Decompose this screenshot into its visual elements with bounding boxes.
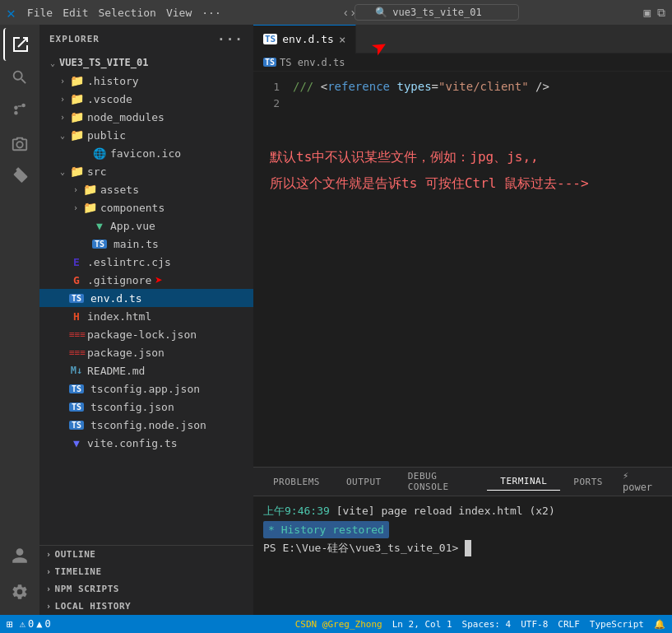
encoding-info[interactable]: UTF-8 [521,619,548,630]
layout-icon[interactable]: ▣ [644,6,651,20]
red-arrow-icon: ➤ [155,272,163,288]
tree-tsconfig-node[interactable]: TS tsconfig.node.json [39,416,253,434]
ts-icon: TS [69,421,84,430]
activity-settings[interactable] [3,575,36,608]
nav-back-button[interactable]: ‹ [344,6,348,19]
history-restored-badge: * History restored [263,521,389,539]
tree-tsconfig[interactable]: TS tsconfig.json [39,398,253,416]
status-left: ⊞ ⚠ 0 ▲ 0 [7,618,51,631]
folder-arrow-icon: › [69,203,82,212]
tab-output[interactable]: OUTPUT [333,473,395,491]
activity-explorer[interactable] [3,28,36,61]
menu-selection[interactable]: Selection [93,5,160,21]
tree-item-label: favicon.ico [110,147,181,160]
panel-label: OUTLINE [55,549,96,560]
activity-extensions[interactable] [3,160,36,193]
tree-main-ts[interactable]: TS main.ts [39,235,253,253]
code-editor[interactable]: 1 /// <reference types="vite/client" /> … [253,72,672,467]
tab-close-button[interactable]: × [339,34,345,45]
line-ending-info[interactable]: CRLF [558,619,580,630]
tree-app-vue[interactable]: ▼ App.vue [39,216,253,235]
tab-terminal[interactable]: TERMINAL [487,472,560,491]
folder-arrow-icon: › [56,95,69,104]
tree-tsconfig-app[interactable]: TS tsconfig.app.json [39,379,253,398]
annotation-line-2: 所以这个文件就是告诉ts 可按住Ctrl 鼠标过去---> [270,170,656,197]
spaces-info[interactable]: Spaces: 4 [462,619,512,630]
split-icon[interactable]: ⧉ [657,6,665,20]
tree-project-root[interactable]: ⌄ VUE3_TS_VITE_01 [39,54,253,72]
json-icon: ≡≡≡ [69,347,84,358]
tab-env-dts[interactable]: TS env.d.ts × [253,25,356,54]
tree-components[interactable]: › 📁 components [39,198,253,216]
bell-icon[interactable]: 🔔 [654,619,665,630]
tree-readme[interactable]: M↓ README.md [39,361,253,379]
ts-icon: TS [69,403,84,412]
panel-outline[interactable]: › OUTLINE [39,546,253,563]
tree-vscode[interactable]: › 📁 .vscode [39,90,253,108]
tree-src[interactable]: ⌄ 📁 src [39,162,253,180]
tree-item-label: .gitignore [87,274,151,286]
warning-count: 0 [45,618,51,630]
activity-source-control[interactable] [3,94,36,127]
window-controls: ▣ ⧉ [644,6,665,20]
tree-history[interactable]: › 📁 .history [39,72,253,90]
tree-eslint[interactable]: E .eslintrc.cjs [39,253,253,271]
menu-more[interactable]: ··· [197,5,225,21]
tree-package-json[interactable]: ≡≡≡ package.json [39,343,253,361]
activity-search[interactable] [3,61,36,94]
menu-view[interactable]: View [161,5,197,21]
cursor-position[interactable]: Ln 2, Col 1 [392,619,452,630]
tree-item-label: public [87,129,126,142]
tree-item-label: node_modules [87,111,165,123]
ts-icon: TS [69,384,84,393]
folder-icon: 📁 [69,128,84,142]
tree-gitignore[interactable]: G .gitignore ➤ [39,271,253,289]
tree-favicon[interactable]: 🌐 favicon.ico [39,144,253,162]
terminal-power-button[interactable]: ⚡ power [616,467,665,496]
tab-ports[interactable]: PORTS [560,473,616,491]
activity-bottom [3,539,36,615]
panel-label: NPM SCRIPTS [55,584,119,594]
menu-file[interactable]: File [22,5,58,21]
menu-items: File Edit Selection View ··· [22,5,226,21]
panel-timeline[interactable]: › TIMELINE [39,563,253,580]
tree-node-modules[interactable]: › 📁 node_modules [39,108,253,126]
tree-public[interactable]: ⌄ 📁 public [39,126,253,144]
tree-vite-config[interactable]: ▼ vite.config.ts [39,434,253,452]
activity-bar [0,25,39,615]
tree-env-dts[interactable]: TS env.d.ts [39,289,253,307]
panel-arrow-icon: › [46,602,52,611]
vite-icon: ▼ [69,437,84,449]
tree-package-lock[interactable]: ≡≡≡ package-lock.json [39,325,253,343]
csdn-label: CSDN @Greg_Zhong [295,619,382,630]
tree-item-label: tsconfig.json [90,401,174,413]
json-icon: ≡≡≡ [69,329,84,340]
search-bar[interactable]: 🔍 vue3_ts_vite_01 [355,4,519,21]
activity-accounts[interactable] [3,539,36,572]
panel-npm-scripts[interactable]: › NPM SCRIPTS [39,580,253,598]
terminal-panel: PROBLEMS OUTPUT DEBUG CONSOLE TERMINAL P… [253,467,672,615]
tree-index-html[interactable]: H index.html [39,307,253,325]
tree-item-label: src [87,165,106,178]
tab-ts-icon: TS [263,34,277,44]
panel-local-history[interactable]: › LOCAL HISTORY [39,598,253,615]
md-icon: M↓ [69,365,84,376]
tree-assets[interactable]: › 📁 assets [39,180,253,198]
language-mode[interactable]: TypeScript [590,619,644,630]
menu-edit[interactable]: Edit [58,5,93,21]
tab-label: env.d.ts [282,33,334,45]
tab-debug-console[interactable]: DEBUG CONSOLE [395,468,488,496]
code-line-2: 2 [253,95,672,111]
terminal-content[interactable]: 上午9:46:39 [vite] page reload index.html … [253,496,672,615]
remote-icon[interactable]: ⊞ [7,618,13,631]
folder-arrow-icon: › [69,185,82,194]
tab-problems[interactable]: PROBLEMS [260,473,333,491]
editor-area: TS env.d.ts × ➤ TS TS env.d.ts 1 /// <re… [253,25,672,615]
status-errors[interactable]: ⚠ 0 ▲ 0 [20,618,51,630]
folder-icon: 📁 [82,183,97,196]
status-bar: ⊞ ⚠ 0 ▲ 0 CSDN @Greg_Zhong Ln 2, Col 1 S… [0,615,672,633]
activity-run[interactable] [3,127,36,160]
tree-item-label: main.ts [114,238,159,250]
vscode-logo-icon: ✕ [7,4,16,21]
explorer-menu-icon[interactable]: ··· [217,31,243,47]
